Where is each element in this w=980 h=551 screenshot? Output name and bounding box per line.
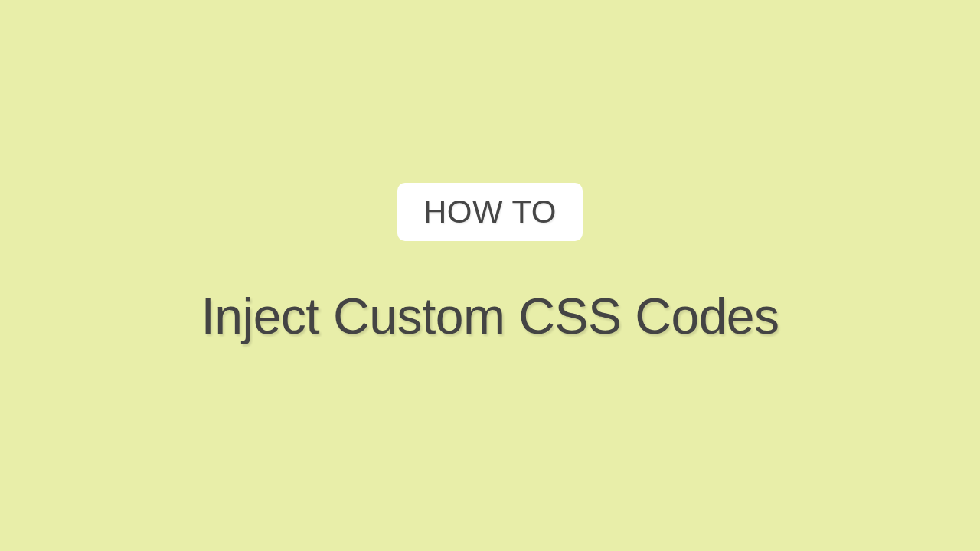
main-title: Inject Custom CSS Codes [201, 287, 779, 345]
badge: HOW TO [397, 183, 583, 241]
title-card: HOW TO Inject Custom CSS Codes [201, 183, 779, 345]
badge-label: HOW TO [423, 194, 557, 230]
